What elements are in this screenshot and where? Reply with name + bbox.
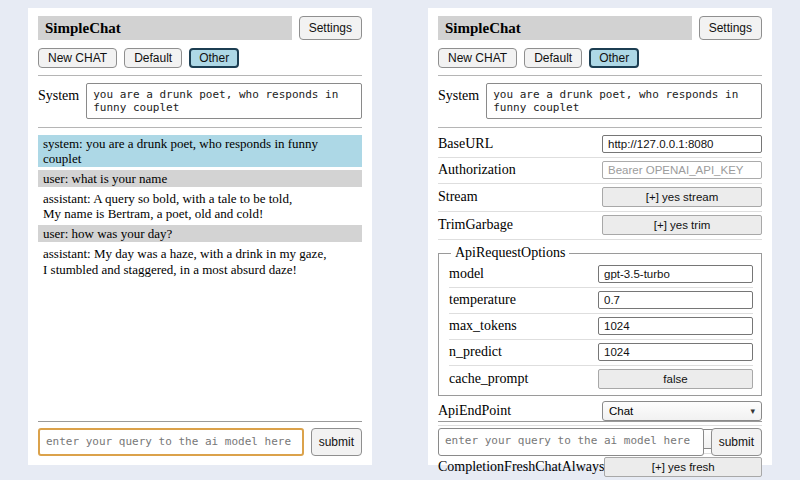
divider [438, 75, 762, 76]
setting-row-baseurl: BaseURL [438, 132, 762, 158]
completion-fresh-chat-always-label: CompletionFreshChatAlways [438, 459, 604, 475]
n-predict-input[interactable] [598, 343, 753, 361]
chat-message-system: system: you are a drunk poet, who respon… [38, 135, 362, 167]
session-default-button[interactable]: Default [524, 48, 582, 68]
setting-row-model: model [449, 262, 753, 288]
chat-log: system: you are a drunk poet, who respon… [38, 135, 362, 278]
trimgarbage-label: TrimGarbage [438, 217, 513, 233]
stream-toggle-button[interactable]: [+] yes stream [602, 187, 762, 207]
system-prompt-row: System you are a drunk poet, who respond… [438, 83, 762, 119]
settings-button[interactable]: Settings [699, 16, 762, 40]
max-tokens-label: max_tokens [449, 318, 517, 334]
chat-message-user: user: how was your day? [38, 225, 362, 242]
setting-row-max-tokens: max_tokens [449, 314, 753, 340]
chat-panel: SimpleChat Settings New CHAT Default Oth… [28, 8, 372, 465]
query-input[interactable] [38, 428, 304, 456]
divider [38, 421, 362, 422]
authorization-label: Authorization [438, 162, 516, 178]
max-tokens-input[interactable] [598, 317, 753, 335]
baseurl-input[interactable] [602, 135, 762, 153]
system-prompt-row: System you are a drunk poet, who respond… [38, 83, 362, 119]
session-other-button[interactable]: Other [589, 48, 639, 68]
stream-label: Stream [438, 189, 478, 205]
divider [438, 127, 762, 128]
divider [438, 421, 762, 422]
query-input[interactable] [438, 428, 704, 456]
chat-message-assistant: assistant: A query so bold, with a tale … [38, 190, 362, 222]
baseurl-label: BaseURL [438, 136, 493, 152]
api-endpoint-label: ApiEndPoint [438, 403, 511, 419]
completion-fresh-chat-toggle-button[interactable]: [+] yes fresh [604, 457, 762, 477]
submit-button[interactable]: submit [311, 428, 362, 456]
setting-row-n-predict: n_predict [449, 340, 753, 366]
session-other-button[interactable]: Other [189, 48, 239, 68]
settings-button[interactable]: Settings [299, 16, 362, 40]
temperature-label: temperature [449, 292, 516, 308]
model-label: model [449, 266, 484, 282]
chat-message-assistant: assistant: My day was a haze, with a dri… [38, 245, 362, 277]
cache-prompt-toggle-button[interactable]: false [598, 369, 753, 389]
trimgarbage-toggle-button[interactable]: [+] yes trim [602, 215, 762, 235]
query-footer: submit [38, 418, 362, 456]
cache-prompt-label: cache_prompt [449, 371, 528, 387]
new-chat-button[interactable]: New CHAT [38, 48, 117, 68]
setting-row-completion-fresh-chat-always: CompletionFreshChatAlways [+] yes fresh [438, 454, 762, 480]
divider [38, 75, 362, 76]
api-endpoint-selected-value: Chat [609, 405, 633, 417]
setting-row-trimgarbage: TrimGarbage [+] yes trim [438, 212, 762, 240]
session-default-button[interactable]: Default [124, 48, 182, 68]
model-input[interactable] [598, 265, 753, 283]
setting-row-stream: Stream [+] yes stream [438, 184, 762, 212]
setting-row-cache-prompt: cache_prompt false [449, 366, 753, 393]
header: SimpleChat Settings [438, 16, 762, 40]
temperature-input[interactable] [598, 291, 753, 309]
settings-panel: SimpleChat Settings New CHAT Default Oth… [428, 8, 772, 465]
query-footer: submit [438, 418, 762, 456]
api-request-options-legend: ApiRequestOptions [451, 245, 569, 261]
new-chat-button[interactable]: New CHAT [438, 48, 517, 68]
chevron-down-icon: ▾ [750, 407, 755, 416]
header: SimpleChat Settings [38, 16, 362, 40]
n-predict-label: n_predict [449, 344, 502, 360]
divider [38, 127, 362, 128]
system-prompt-input[interactable]: you are a drunk poet, who responds in fu… [86, 83, 362, 119]
api-request-options-group: ApiRequestOptions model temperature max_… [438, 245, 762, 396]
system-prompt-input[interactable]: you are a drunk poet, who responds in fu… [486, 83, 762, 119]
setting-row-authorization: Authorization [438, 158, 762, 184]
chat-message-user: user: what is your name [38, 170, 362, 187]
chat-session-bar: New CHAT Default Other [438, 48, 762, 68]
app-title: SimpleChat [38, 16, 292, 40]
system-prompt-label: System [38, 83, 79, 104]
system-prompt-label: System [438, 83, 479, 104]
submit-button[interactable]: submit [711, 428, 762, 456]
chat-session-bar: New CHAT Default Other [38, 48, 362, 68]
setting-row-temperature: temperature [449, 288, 753, 314]
authorization-input[interactable] [602, 161, 762, 179]
app-title: SimpleChat [438, 16, 692, 40]
